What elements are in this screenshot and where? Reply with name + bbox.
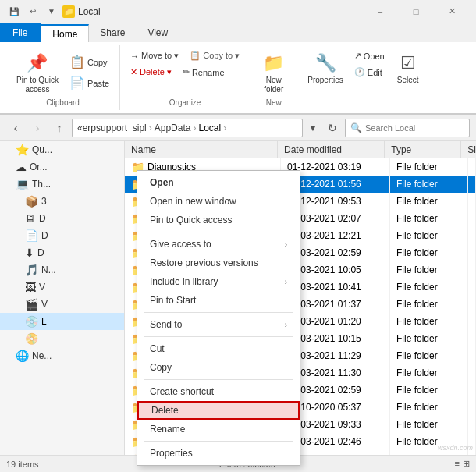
file-type: File folder <box>390 416 468 433</box>
videos-icon: 🎬 <box>25 298 38 311</box>
pin-quick-access-button[interactable]: 📌 Pin to Quickaccess <box>12 48 62 97</box>
sidebar-item-desktop[interactable]: 🖥 D <box>0 210 124 227</box>
search-icon: 🔍 <box>350 122 362 133</box>
copy-to-button[interactable]: 📋 Copy to ▾ <box>186 48 243 63</box>
path-root: « <box>77 122 83 133</box>
sidebar-label-pictures: V <box>39 282 45 293</box>
sidebar: ⭐ Qu... ☁ Or... 💻 Th... 📦 3 🖥 D 📄 D <box>0 141 125 468</box>
file-type: File folder <box>390 210 468 227</box>
file-size <box>468 347 476 364</box>
3dobjects-icon: 📦 <box>25 195 38 208</box>
view-grid-icon[interactable]: ⊞ <box>463 459 470 469</box>
copy-label: Copy <box>87 58 108 67</box>
new-folder-icon: 📁 <box>261 51 286 76</box>
path-dropdown[interactable]: ▼ <box>306 119 320 137</box>
ctx-send-to[interactable]: Send to › <box>137 315 300 334</box>
col-header-size[interactable]: Si <box>461 141 476 158</box>
search-box[interactable]: 🔍 <box>345 119 470 137</box>
sidebar-item-music[interactable]: 🎵 N... <box>0 261 124 279</box>
select-icon: ☑ <box>396 51 421 76</box>
paste-button[interactable]: 📄 Paste <box>66 73 113 93</box>
ctx-delete[interactable]: Delete <box>137 401 300 420</box>
ctx-restore-versions[interactable]: Restore previous versions <box>137 254 300 272</box>
delete-button[interactable]: ✕ Delete ▾ <box>126 65 176 80</box>
move-label: Move to ▾ <box>141 51 179 61</box>
ctx-open[interactable]: Open <box>137 173 300 192</box>
quickaccess-icon: ⭐ <box>16 144 29 156</box>
ctx-pin-quick-access[interactable]: Pin to Quick access <box>137 211 300 229</box>
qat-save[interactable]: 💾 <box>6 4 22 20</box>
back-button[interactable]: ‹ <box>6 119 25 137</box>
sidebar-item-downloads[interactable]: ⬇ D <box>0 244 124 261</box>
tab-home[interactable]: Home <box>41 24 89 42</box>
sidebar-item-network[interactable]: 🌐 Ne... <box>0 347 124 364</box>
ctx-cut[interactable]: Cut <box>137 339 300 358</box>
organize-label: Organize <box>169 98 201 107</box>
ctx-arrow-2: › <box>285 278 287 286</box>
search-input[interactable] <box>365 123 473 133</box>
sidebar-item-videos[interactable]: 🎬 V <box>0 296 124 313</box>
sidebar-label-thispc: Th... <box>32 179 51 190</box>
tab-share[interactable]: Share <box>89 23 137 42</box>
open-btn[interactable]: ↗ Open <box>350 48 389 63</box>
file-size <box>468 176 476 193</box>
sidebar-item-onedrive[interactable]: ☁ Or... <box>0 158 124 176</box>
file-list-header: Name Date modified Type Si <box>125 141 476 158</box>
ctx-rename[interactable]: Rename <box>137 420 300 438</box>
file-type: File folder <box>390 399 468 416</box>
rename-button[interactable]: ✏ Rename <box>179 65 229 80</box>
col-header-type[interactable]: Type <box>385 141 461 158</box>
rename-icon: ✏ <box>183 67 190 77</box>
col-header-date[interactable]: Date modified <box>278 141 385 158</box>
qat-dropdown[interactable]: ▼ <box>44 4 59 20</box>
ctx-open-new-window[interactable]: Open in new window <box>137 192 300 211</box>
sidebar-label-network: Ne... <box>32 350 52 361</box>
file-type: File folder <box>390 313 468 330</box>
sidebar-item-thispc[interactable]: 💻 Th... <box>0 176 124 193</box>
sidebar-item-quickaccess[interactable]: ⭐ Qu... <box>0 141 124 158</box>
open-label-text: Open <box>364 51 385 61</box>
ctx-pin-start[interactable]: Pin to Start <box>137 291 300 310</box>
ctx-include-library[interactable]: Include in library › <box>137 272 300 291</box>
copy-icon: 📋 <box>69 55 85 69</box>
ctx-separator-4 <box>144 379 293 380</box>
history-label: Edit <box>368 68 382 77</box>
minimize-button[interactable]: – <box>362 0 398 23</box>
address-bar: ‹ › ↑ « erpsupport_sipl › AppData › Loca… <box>0 115 476 141</box>
refresh-button[interactable]: ↻ <box>323 119 342 137</box>
new-folder-button[interactable]: 📁 Newfolder <box>258 48 290 97</box>
file-type: File folder <box>390 227 468 244</box>
tab-file[interactable]: File <box>0 23 41 42</box>
sidebar-item-pictures[interactable]: 🖼 V <box>0 279 124 296</box>
paste-icon: 📄 <box>69 76 85 90</box>
address-path[interactable]: « erpsupport_sipl › AppData › Local › <box>72 119 303 137</box>
sidebar-item-3dobjects[interactable]: 📦 3 <box>0 193 124 210</box>
file-size <box>468 244 476 261</box>
maximize-button[interactable]: □ <box>398 0 434 23</box>
file-size <box>468 296 476 313</box>
sidebar-item-localdisk[interactable]: 💿 L <box>0 313 124 330</box>
organize-items: → Move to ▾ 📋 Copy to ▾ ✕ Delete ▾ ✏ <box>126 48 243 97</box>
properties-button[interactable]: 🔧 Properties <box>304 48 347 87</box>
tab-view[interactable]: View <box>137 23 179 42</box>
file-size <box>468 279 476 296</box>
file-size <box>468 399 476 416</box>
history-btn[interactable]: 🕐 Edit <box>350 65 389 80</box>
move-to-button[interactable]: → Move to ▾ <box>126 48 183 63</box>
new-label: New <box>266 98 282 107</box>
copy-button[interactable]: 📋 Copy <box>66 52 113 72</box>
select-button[interactable]: ☑ Select <box>392 48 424 87</box>
sidebar-item-documents[interactable]: 📄 D <box>0 227 124 244</box>
file-size <box>468 330 476 347</box>
ctx-give-access[interactable]: Give access to › <box>137 235 300 254</box>
ctx-copy[interactable]: Copy <box>137 358 300 377</box>
ctx-create-shortcut[interactable]: Create shortcut <box>137 382 300 401</box>
up-button[interactable]: ↑ <box>50 119 69 137</box>
view-list-icon[interactable]: ≡ <box>455 459 460 469</box>
col-header-name[interactable]: Name <box>125 141 278 158</box>
qat-undo[interactable]: ↩ <box>25 4 41 20</box>
forward-button[interactable]: › <box>28 119 47 137</box>
sidebar-item-drive2[interactable]: 📀 — <box>0 330 124 347</box>
close-button[interactable]: ✕ <box>434 0 470 23</box>
ctx-properties[interactable]: Properties <box>137 444 300 463</box>
